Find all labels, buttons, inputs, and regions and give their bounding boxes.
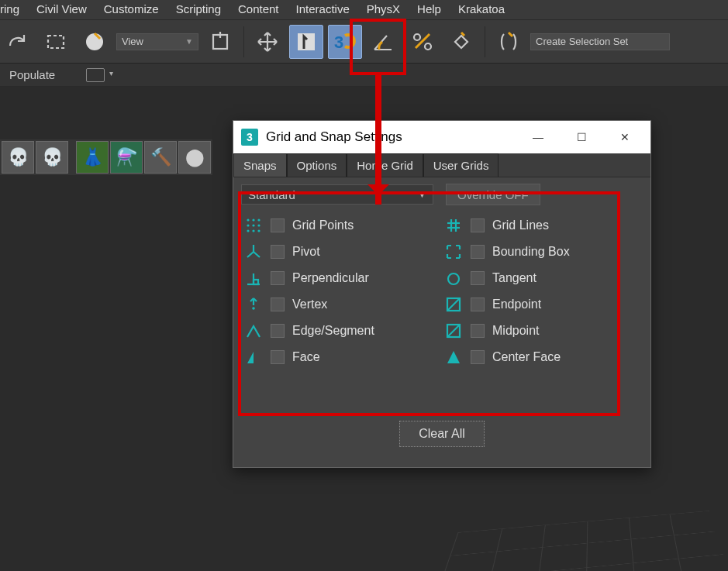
tab-user-grids[interactable]: User Grids	[423, 153, 499, 177]
minimize-button[interactable]: —	[520, 121, 556, 153]
snap-label: Vertex	[292, 298, 327, 311]
snap-label: Grid Lines	[492, 218, 549, 232]
shelf-dress-icon[interactable]: 👗	[76, 141, 109, 174]
clear-all-button[interactable]: Clear All	[399, 421, 485, 447]
snap-face: Face	[244, 348, 440, 366]
select-circular-button[interactable]	[78, 25, 112, 59]
shelf-skeleton-remove-icon[interactable]: 💀	[36, 141, 68, 174]
vertex-icon	[244, 295, 263, 314]
standard-dropdown-label: Standard	[248, 188, 295, 201]
svg-line-25	[254, 252, 260, 257]
snap-grid-points-checkbox[interactable]	[271, 218, 285, 232]
shelf-skeleton-add-icon[interactable]: 💀	[2, 141, 34, 174]
maximize-button[interactable]: ☐	[564, 121, 599, 153]
menu-item[interactable]: Krakatoa	[458, 2, 505, 15]
snap-perpendicular-checkbox[interactable]	[271, 271, 285, 285]
snap-endpoint: Endpoint	[444, 295, 640, 314]
snap-pivot-checkbox[interactable]	[271, 245, 285, 259]
svg-point-29	[448, 273, 459, 284]
svg-point-18	[257, 229, 260, 232]
svg-text:3: 3	[334, 33, 343, 52]
tab-options[interactable]: Options	[287, 153, 347, 177]
edge-segment-icon	[244, 322, 263, 340]
main-toolbar: View ▼ 3 Create Selection Set	[0, 20, 728, 64]
snap-midpoint-checkbox[interactable]	[471, 324, 485, 338]
dialog-tabs: Snaps Options Home Grid User Grids	[233, 153, 650, 177]
selection-set-dropdown[interactable]: Create Selection Set	[530, 33, 670, 50]
svg-rect-5	[298, 33, 315, 50]
angle-snap-button[interactable]	[367, 25, 401, 59]
svg-line-24	[247, 252, 254, 257]
chevron-down-icon: ▼	[418, 190, 426, 199]
snap-bounding-box-checkbox[interactable]	[471, 245, 485, 259]
snap-grid-lines: Grid Lines	[444, 216, 640, 235]
snap-label: Face	[292, 350, 320, 364]
snap-pivot: Pivot	[244, 243, 440, 261]
svg-point-1	[86, 33, 103, 50]
svg-point-8	[425, 43, 431, 50]
select-region-button[interactable]	[39, 25, 73, 59]
ribbon-tab-populate[interactable]: Populate	[9, 68, 55, 81]
svg-point-17	[252, 229, 254, 232]
snap-midpoint: Midpoint	[444, 322, 640, 340]
snap-endpoint-checkbox[interactable]	[471, 298, 485, 311]
menu-item[interactable]: Customize	[104, 2, 159, 15]
close-button[interactable]: ✕	[607, 121, 643, 153]
menu-item[interactable]: Help	[417, 2, 441, 15]
standard-dropdown[interactable]: Standard ▼	[241, 184, 433, 205]
snap-label: Grid Points	[292, 218, 354, 232]
snaps-panel: Standard ▼ Override OFF Grid Points Grid	[233, 177, 650, 467]
dialog-titlebar[interactable]: 3 Grid and Snap Settings — ☐ ✕	[233, 121, 650, 153]
menu-item[interactable]: ring	[0, 2, 19, 15]
snap-vertex-checkbox[interactable]	[271, 298, 285, 311]
menu-item[interactable]: Civil View	[36, 2, 87, 15]
endpoint-icon	[444, 295, 463, 314]
center-face-icon	[444, 348, 463, 366]
named-sets-button[interactable]	[492, 25, 526, 59]
svg-point-11	[252, 218, 254, 221]
menu-item[interactable]: Content	[238, 2, 279, 15]
snap-label: Edge/Segment	[292, 324, 374, 338]
snap-label: Tangent	[492, 271, 537, 285]
snap-toggle-button[interactable]: 3	[328, 25, 362, 59]
mail-icon[interactable]	[86, 68, 105, 82]
pivot-icon	[244, 243, 263, 261]
menu-bar: ring Civil View Customize Scripting Cont…	[0, 0, 728, 20]
view-dropdown[interactable]: View ▼	[116, 33, 198, 50]
create-group-button[interactable]	[203, 25, 237, 59]
override-button[interactable]: Override OFF	[446, 184, 540, 205]
menu-item[interactable]: Interactive	[296, 2, 350, 15]
move-button[interactable]	[250, 25, 285, 59]
svg-point-16	[247, 229, 249, 232]
tangent-icon	[444, 269, 463, 287]
select-object-button[interactable]	[289, 25, 323, 59]
chevron-down-icon: ▼	[185, 37, 193, 46]
percent-snap-button[interactable]	[405, 25, 440, 59]
svg-point-14	[252, 224, 254, 226]
snap-center-face-checkbox[interactable]	[471, 350, 485, 364]
tab-snaps[interactable]: Snaps	[233, 153, 287, 177]
snap-label: Perpendicular	[292, 271, 369, 285]
shelf-sphere-icon[interactable]: ⬤	[178, 141, 211, 174]
snap-edge-segment-checkbox[interactable]	[271, 324, 285, 338]
shelf-potion-icon[interactable]: ⚗️	[110, 141, 143, 174]
snap-grid-lines-checkbox[interactable]	[471, 218, 485, 232]
svg-point-10	[247, 218, 249, 221]
shelf-hammer-icon[interactable]: 🔨	[144, 141, 177, 174]
spinner-snap-button[interactable]	[444, 25, 478, 59]
svg-point-32	[252, 307, 255, 310]
grid-points-icon	[244, 216, 263, 235]
separator	[243, 26, 244, 57]
snap-center-face: Center Face	[444, 348, 640, 366]
menu-item[interactable]: PhysX	[367, 2, 400, 15]
menu-item[interactable]: Scripting	[176, 2, 221, 15]
redo-button[interactable]	[0, 25, 34, 59]
view-dropdown-label: View	[122, 36, 143, 47]
snap-tangent-checkbox[interactable]	[471, 271, 485, 285]
snap-face-checkbox[interactable]	[271, 350, 285, 364]
face-icon	[244, 348, 263, 366]
tab-home-grid[interactable]: Home Grid	[347, 153, 423, 177]
snap-edge-segment: Edge/Segment	[244, 322, 440, 340]
snap-label: Bounding Box	[492, 245, 570, 259]
snap-tangent: Tangent	[444, 269, 640, 287]
